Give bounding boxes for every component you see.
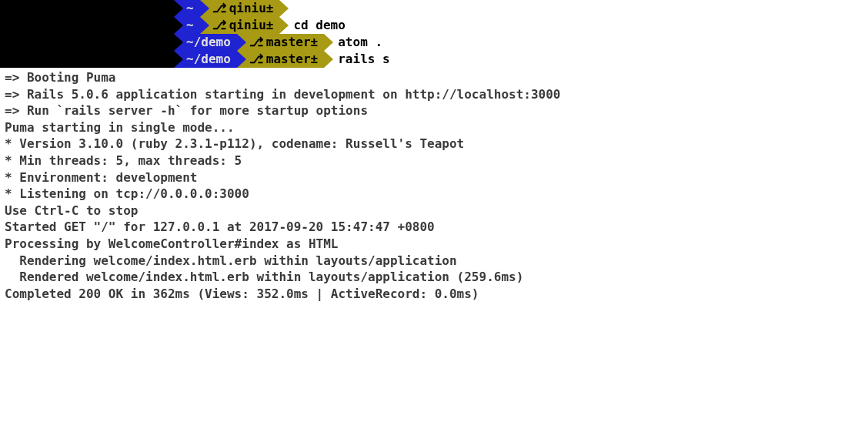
arrow-icon	[174, 0, 183, 17]
git-segment: ⎇master±	[246, 34, 324, 51]
path-segment: ~/demo	[183, 34, 237, 51]
command-input[interactable]: cd demo	[289, 17, 345, 34]
branch-text: qiniu±	[229, 17, 274, 34]
terminal[interactable]: ~ ⎇qiniu± ~ ⎇qiniu± cd demo ~/demo ⎇mast…	[0, 0, 868, 302]
host-segment	[0, 51, 174, 68]
output-line: Rendered welcome/index.html.erb within l…	[5, 269, 868, 286]
output-line: => Booting Puma	[5, 69, 868, 86]
git-branch-icon: ⎇	[212, 0, 226, 17]
path-text: ~	[186, 17, 194, 34]
path-text: ~	[186, 0, 194, 17]
output-line: Rendering welcome/index.html.erb within …	[5, 253, 868, 270]
output-line: * Environment: development	[5, 169, 868, 186]
arrow-icon	[174, 17, 183, 34]
prompt-row: ~/demo ⎇master± atom .	[0, 34, 868, 51]
path-text: ~/demo	[186, 51, 231, 68]
git-branch-icon: ⎇	[249, 51, 263, 68]
arrow-icon	[174, 34, 183, 51]
git-branch-icon: ⎇	[249, 34, 263, 51]
output-line: => Rails 5.0.6 application starting in d…	[5, 86, 868, 103]
path-segment: ~	[183, 0, 200, 17]
command-input[interactable]: atom .	[333, 34, 382, 51]
output-line: => Run `rails server -h` for more startu…	[5, 102, 868, 119]
git-segment: ⎇qiniu±	[209, 0, 280, 17]
arrow-icon	[279, 0, 289, 17]
host-segment	[0, 17, 174, 34]
command-input[interactable]: rails s	[333, 51, 389, 68]
git-segment: ⎇master±	[246, 51, 324, 68]
arrow-icon	[237, 51, 246, 68]
command-input[interactable]	[289, 0, 293, 17]
prompt-row: ~ ⎇qiniu± cd demo	[0, 17, 868, 34]
output-line: Use Ctrl-C to stop	[5, 203, 868, 219]
path-segment: ~/demo	[183, 51, 237, 68]
git-branch-icon: ⎇	[212, 17, 226, 34]
arrow-icon	[200, 0, 209, 17]
output-line: Puma starting in single mode...	[5, 119, 868, 136]
host-segment	[0, 34, 174, 51]
prompt-row: ~/demo ⎇master± rails s	[0, 51, 868, 68]
branch-text: master±	[266, 51, 318, 68]
prompt-row: ~ ⎇qiniu±	[0, 0, 868, 17]
output-line: Completed 200 OK in 362ms (Views: 352.0m…	[5, 286, 868, 303]
path-text: ~/demo	[186, 34, 231, 51]
arrow-icon	[324, 51, 333, 68]
arrow-icon	[174, 51, 183, 68]
output-line: * Listening on tcp://0.0.0.0:3000	[5, 186, 868, 203]
output-line: * Min threads: 5, max threads: 5	[5, 152, 868, 169]
output-line: Started GET "/" for 127.0.0.1 at 2017-09…	[5, 219, 868, 236]
terminal-output: => Booting Puma => Rails 5.0.6 applicati…	[0, 68, 868, 302]
branch-text: master±	[266, 34, 318, 51]
host-segment	[0, 0, 174, 17]
arrow-icon	[200, 17, 209, 34]
branch-text: qiniu±	[229, 0, 274, 17]
arrow-icon	[237, 34, 246, 51]
git-segment: ⎇qiniu±	[209, 17, 280, 34]
path-segment: ~	[183, 17, 200, 34]
arrow-icon	[279, 17, 289, 34]
output-line: Processing by WelcomeController#index as…	[5, 236, 868, 253]
output-line: * Version 3.10.0 (ruby 2.3.1-p112), code…	[5, 136, 868, 152]
arrow-icon	[324, 34, 333, 51]
